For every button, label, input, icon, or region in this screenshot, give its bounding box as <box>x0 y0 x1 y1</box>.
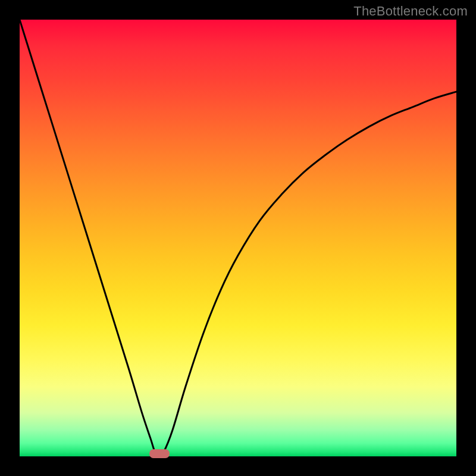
watermark-text: TheBottleneck.com <box>353 4 468 19</box>
bottleneck-curve <box>20 20 456 456</box>
optimal-marker <box>149 449 170 458</box>
chart-frame: TheBottleneck.com <box>0 0 476 476</box>
plot-area <box>20 20 456 456</box>
curve-svg <box>20 20 456 456</box>
